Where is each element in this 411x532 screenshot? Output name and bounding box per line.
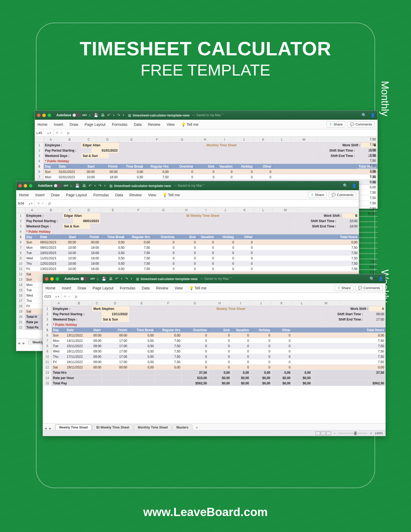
col-header[interactable]: F — [155, 300, 182, 306]
col-header[interactable]: F — [126, 207, 151, 213]
table-row[interactable]: 10Thu12/01/202310:0018:000,507,50000007,… — [16, 261, 359, 266]
ribbon-tab-home[interactable]: Home — [38, 122, 47, 127]
ribbon-tab-insert[interactable]: Insert — [35, 193, 44, 197]
ribbon-tab-formulas[interactable]: Formulas — [120, 286, 135, 290]
autosave-toggle[interactable]: AutoSaveOFF — [64, 277, 95, 281]
tab-nav-prev-icon[interactable]: ◀ — [44, 427, 49, 430]
home-icon[interactable]: ⌂ — [97, 277, 99, 281]
table-row[interactable]: 7Mon14/11/202209:0017:000,507,50000007,5… — [43, 338, 385, 343]
col-header[interactable]: A — [44, 137, 58, 142]
comments-button[interactable]: 💬Comments — [329, 192, 356, 198]
zoom-out-icon[interactable]: − — [334, 431, 335, 435]
ribbon-tab-formulas[interactable]: Formulas — [112, 122, 127, 127]
add-sheet-button[interactable]: + — [193, 425, 201, 430]
window-controls[interactable] — [45, 277, 59, 281]
redo-icon[interactable]: ↷ — [98, 184, 102, 188]
col-header[interactable]: K — [272, 300, 292, 306]
tab-nav-next-icon[interactable]: ▶ — [23, 342, 27, 345]
cancel-icon[interactable]: ✕ — [64, 294, 67, 298]
col-header[interactable]: E — [128, 300, 155, 306]
column-headers[interactable]: ABCDEFGHIJKLM — [35, 137, 377, 143]
share-button[interactable]: ⇪Share — [308, 192, 327, 198]
autosave-toggle[interactable]: AutoSaveOFF — [38, 184, 68, 188]
search-icon[interactable]: 🔍 — [370, 276, 375, 281]
col-header[interactable]: I — [216, 137, 234, 142]
table-row[interactable]: 8Tue15/11/202209:0017:000,507,50000007,5… — [43, 343, 385, 349]
sheet-tab[interactable]: Masters — [172, 425, 192, 430]
ribbon-tab-draw[interactable]: Draw — [77, 286, 86, 290]
table-row[interactable]: 11Fri18/11/202209:0017:000,507,50000007,… — [43, 359, 385, 365]
col-header[interactable]: B — [58, 137, 82, 142]
document-title[interactable]: timesheet-calculator-template-new — [141, 277, 198, 281]
col-header[interactable]: M — [291, 137, 317, 142]
ribbon-tab-data[interactable]: Data — [142, 286, 150, 290]
ribbon-tab-review[interactable]: Review — [156, 286, 168, 290]
tell-me[interactable]: 💡Tell me — [189, 286, 206, 290]
quick-access-toolbar[interactable]: ⌂ 💾 🖶 ↶▾ ↷▾ — [97, 277, 132, 281]
window-controls[interactable] — [37, 114, 51, 117]
ribbon-tab-draw[interactable]: Draw — [51, 193, 60, 197]
table-row[interactable]: 12Sat19/11/202200:0000:000,000,00000000,… — [43, 365, 385, 370]
confirm-icon[interactable]: ✓ — [60, 131, 63, 135]
col-header[interactable]: D — [96, 137, 119, 142]
col-header[interactable]: B — [66, 300, 92, 306]
select-all-corner[interactable] — [43, 300, 52, 306]
select-all-corner[interactable] — [35, 137, 44, 142]
confirm-icon[interactable]: ✓ — [41, 201, 44, 205]
ribbon-tab-page-layout[interactable]: Page Layout — [66, 193, 87, 197]
col-header[interactable]: E — [100, 207, 126, 213]
col-header[interactable]: G — [151, 207, 176, 213]
confirm-icon[interactable]: ✓ — [68, 294, 71, 298]
table-row[interactable]: 9Wed11/01/202310:0018:000,507,50000007,5… — [16, 256, 359, 261]
user-icon[interactable]: 👤 — [352, 183, 357, 188]
name-box[interactable]: L45▲▼ — [35, 129, 53, 136]
undo-icon[interactable]: ↶ — [115, 277, 118, 281]
table-row[interactable]: 11Fri13/01/202310:0018:000,507,50000007,… — [16, 266, 359, 272]
col-header[interactable]: J — [250, 300, 272, 306]
col-header[interactable]: J — [234, 137, 254, 142]
col-header[interactable]: M — [273, 207, 298, 213]
col-header[interactable]: F — [144, 137, 170, 142]
redo-icon[interactable]: ↷ — [125, 277, 128, 281]
ribbon-tab-data[interactable]: Data — [115, 193, 123, 197]
ribbon-tab-view[interactable]: View — [148, 193, 156, 197]
col-header[interactable]: G — [182, 300, 208, 306]
column-headers[interactable]: ABCDEFGHIJKLM — [43, 300, 385, 306]
home-icon[interactable]: ⌂ — [89, 113, 91, 117]
ribbon-tab-home[interactable]: Home — [19, 193, 29, 197]
col-header[interactable]: J — [215, 207, 235, 213]
col-header[interactable]: M — [312, 300, 340, 306]
col-header[interactable]: C — [63, 207, 77, 213]
comments-button[interactable]: 💬Comments — [347, 121, 375, 127]
ribbon-tab-insert[interactable]: Insert — [54, 122, 63, 127]
col-header[interactable]: G — [170, 137, 194, 142]
document-title[interactable]: timesheet-calculator-template-new — [133, 113, 190, 117]
ribbon-tab-home[interactable]: Home — [45, 286, 55, 290]
ribbon-tab-review[interactable]: Review — [148, 122, 160, 127]
comments-button[interactable]: 💬Comments — [355, 285, 383, 291]
table-row[interactable]: 6Sun08/01/202300:0000:000,000,00000000,0… — [16, 240, 359, 245]
zoom-slider[interactable] — [338, 433, 367, 434]
zoom-in-icon[interactable]: + — [370, 431, 372, 435]
sheet-tab[interactable]: Bi Weekly Time Sheet — [92, 425, 133, 430]
tell-me[interactable]: 💡Tell me — [181, 122, 198, 127]
ribbon-tab-draw[interactable]: Draw — [69, 122, 78, 127]
sheet-tab[interactable]: Monthly Time Sheet — [134, 425, 172, 430]
search-icon[interactable]: 🔍 — [343, 183, 348, 188]
col-header[interactable]: B — [39, 207, 63, 213]
table-row[interactable]: 9Wed16/11/202209:0017:000,507,50000007,5… — [43, 349, 385, 354]
table-row[interactable]: 7Mon09/01/202310:0018:000,507,50000007,5… — [16, 245, 359, 250]
col-header[interactable]: D — [77, 207, 100, 213]
col-header[interactable]: C — [92, 300, 102, 306]
name-box[interactable]: N34▲▼ — [16, 200, 35, 207]
col-header[interactable]: C — [82, 137, 96, 142]
save-icon[interactable]: 💾 — [102, 277, 106, 281]
col-header[interactable]: H — [176, 207, 197, 213]
select-all-corner[interactable] — [16, 207, 25, 213]
col-header[interactable]: I — [231, 300, 250, 306]
tab-nav-next-icon[interactable]: ▶ — [49, 427, 53, 430]
col-header[interactable]: L — [292, 300, 312, 306]
cancel-icon[interactable]: ✕ — [37, 201, 40, 205]
column-headers[interactable]: ABCDEFGHIJKLM — [16, 207, 359, 213]
zoom-level[interactable]: 140% — [375, 431, 383, 435]
